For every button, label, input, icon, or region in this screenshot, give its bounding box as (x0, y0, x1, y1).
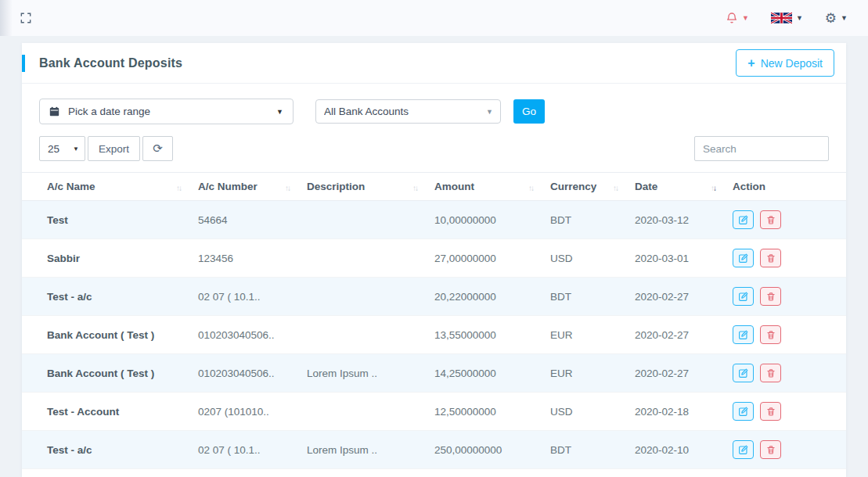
cell-name: Bank Account ( Test ) (22, 316, 198, 354)
cell-currency: USD (550, 393, 635, 431)
delete-button[interactable] (760, 249, 781, 267)
column-label: Amount (434, 181, 474, 192)
table-row: Test5466410,00000000BDT2020-03-12 (22, 201, 846, 239)
delete-button[interactable] (760, 210, 781, 229)
trash-icon (766, 445, 776, 455)
cell-actions (733, 316, 846, 354)
sort-icon: ↑↓ (412, 181, 417, 192)
chevron-down-icon: ▼ (742, 15, 749, 22)
delete-button[interactable] (760, 440, 781, 459)
page-title: Bank Account Deposits (39, 56, 182, 70)
cell-number: 010203040506.. (198, 354, 307, 393)
table-row: Bank Account ( Test )010203040506..Lorem… (22, 354, 846, 393)
cell-date: 2020-02-18 (635, 393, 733, 431)
column-header-a-c-number[interactable]: A/c Number↑↓ (198, 173, 307, 201)
cell-actions (733, 201, 846, 239)
refresh-icon: ⟳ (153, 142, 163, 156)
edit-button[interactable] (733, 402, 754, 421)
pencil-square-icon (738, 407, 748, 417)
title-row: Bank Account Deposits + New Deposit (22, 43, 846, 84)
column-header-amount[interactable]: Amount↑↓ (434, 173, 550, 201)
cell-amount: 250,00000000 (434, 431, 550, 469)
cell-currency: USD (550, 239, 635, 278)
date-range-placeholder: Pick a date range (68, 106, 150, 117)
cell-actions (733, 431, 846, 469)
title-accent-bar (22, 55, 25, 72)
edit-button[interactable] (733, 325, 754, 344)
delete-button[interactable] (760, 287, 781, 306)
column-header-date[interactable]: Date↑↓ (635, 173, 733, 201)
export-button[interactable]: Export (88, 136, 140, 161)
language-dropdown[interactable]: ▼ (771, 12, 803, 24)
table-footer-row: Showing 1 to 7 of 7 entries Previous1Nex… (22, 469, 846, 477)
column-header-description[interactable]: Description↑↓ (307, 173, 434, 201)
trash-icon (766, 292, 776, 302)
cell-number: 123456 (198, 239, 307, 278)
page-size-select[interactable]: 25 (40, 137, 85, 160)
caret-down-icon: ▼ (276, 108, 283, 116)
cell-description: Lorem Ipsum .. (307, 354, 434, 393)
column-label: Currency (550, 181, 596, 192)
cell-currency: BDT (550, 278, 635, 316)
cell-description (307, 278, 434, 316)
edit-button[interactable] (733, 440, 754, 459)
trash-icon (766, 330, 776, 340)
trash-icon (766, 368, 776, 378)
deposits-table: A/c Name↑↓A/c Number↑↓Description↑↓Amoun… (22, 172, 846, 469)
cell-number: 010203040506.. (198, 316, 307, 354)
cell-date: 2020-02-27 (635, 278, 733, 316)
column-header-a-c-name[interactable]: A/c Name↑↓ (22, 173, 198, 201)
date-range-picker[interactable]: Pick a date range ▼ (39, 99, 294, 124)
topbar: ▼ ▼ ⚙ ▼ (0, 0, 868, 36)
cell-currency: BDT (550, 201, 635, 239)
refresh-button[interactable]: ⟳ (142, 136, 173, 161)
fullscreen-icon (20, 13, 31, 23)
bank-account-select[interactable]: All Bank Accounts (316, 100, 500, 123)
go-button[interactable]: Go (513, 99, 545, 124)
cell-number: 02 07 ( 10.1.. (198, 431, 307, 469)
table-row: Test - Account0207 (101010..12,50000000U… (22, 393, 846, 431)
column-header-currency[interactable]: Currency↑↓ (550, 173, 635, 201)
column-label: Date (635, 181, 657, 192)
cell-date: 2020-02-10 (635, 431, 733, 469)
cell-currency: EUR (550, 354, 635, 393)
pencil-square-icon (738, 368, 748, 378)
cell-amount: 13,55000000 (434, 316, 550, 354)
plus-icon: + (747, 57, 755, 70)
cell-currency: EUR (550, 316, 635, 354)
edit-button[interactable] (733, 287, 754, 306)
column-label: Description (307, 181, 365, 192)
cell-name: Sabbir (22, 239, 198, 278)
new-deposit-label: New Deposit (761, 57, 823, 70)
cell-actions (733, 239, 846, 278)
sort-icon: ↑↓ (285, 181, 290, 192)
edit-button[interactable] (733, 210, 754, 229)
delete-button[interactable] (760, 325, 781, 344)
chevron-down-icon: ▼ (841, 15, 848, 22)
page-size-select-wrap: 25 ▼ (39, 136, 85, 161)
cell-amount: 20,22000000 (434, 278, 550, 316)
settings-dropdown[interactable]: ⚙ ▼ (825, 12, 848, 25)
cell-description (307, 393, 434, 431)
column-label: A/c Number (198, 181, 258, 192)
cell-name: Test - Account (22, 393, 198, 431)
chevron-down-icon: ▼ (796, 15, 803, 22)
sort-icon: ↑↓ (176, 181, 181, 192)
cell-description (307, 201, 434, 239)
cell-description (307, 316, 434, 354)
cell-name: Test (22, 201, 198, 239)
trash-icon (766, 407, 776, 417)
delete-button[interactable] (760, 402, 781, 421)
delete-button[interactable] (760, 364, 781, 382)
fullscreen-toggle[interactable] (20, 13, 31, 23)
search-input[interactable] (694, 136, 829, 161)
cell-name: Bank Account ( Test ) (22, 354, 198, 393)
sort-icon: ↑↓ (613, 181, 618, 192)
edit-button[interactable] (733, 364, 754, 382)
new-deposit-button[interactable]: + New Deposit (736, 49, 834, 77)
cell-number: 0207 (101010.. (198, 393, 307, 431)
notifications-dropdown[interactable]: ▼ (726, 12, 749, 24)
column-header-action: Action (733, 173, 846, 201)
cell-amount: 12,50000000 (434, 393, 550, 431)
edit-button[interactable] (733, 249, 754, 267)
